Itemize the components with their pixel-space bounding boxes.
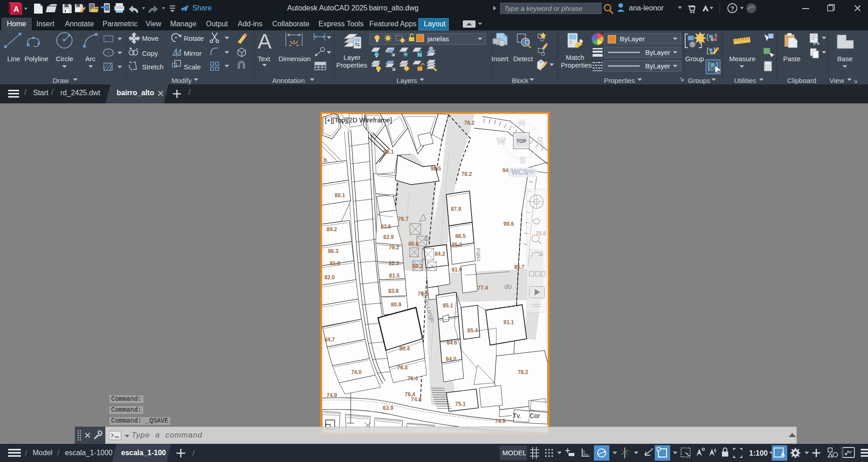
svg-text:81.9: 81.9 — [451, 267, 462, 273]
svg-text:86.5: 86.5 — [455, 233, 466, 239]
svg-text:87.9: 87.9 — [451, 206, 461, 212]
svg-text:A: A — [14, 5, 19, 14]
svg-text:75.1: 75.1 — [455, 401, 466, 407]
svg-text:84.6: 84.6 — [447, 340, 457, 346]
svg-text:WCS: WCS — [511, 168, 528, 176]
svg-text:81.8: 81.8 — [330, 260, 340, 267]
svg-text:78.2: 78.2 — [464, 120, 475, 126]
svg-text:86.3: 86.3 — [328, 248, 338, 254]
svg-text:85.4: 85.4 — [467, 327, 478, 334]
svg-text:1:100: 1:100 — [749, 449, 768, 457]
svg-text:84.2: 84.2 — [435, 251, 445, 257]
svg-text:85.3: 85.3 — [451, 242, 462, 248]
svg-text:81.5: 81.5 — [389, 272, 400, 279]
svg-text:93.1: 93.1 — [383, 149, 394, 155]
svg-text:98.5: 98.5 — [431, 165, 441, 172]
svg-text:80.4: 80.4 — [399, 345, 410, 352]
svg-text:80.9: 80.9 — [391, 302, 402, 308]
svg-text:E: E — [537, 136, 543, 146]
svg-text:?: ? — [730, 5, 734, 12]
svg-text:82.3: 82.3 — [389, 260, 399, 267]
svg-text:76.4: 76.4 — [397, 365, 407, 371]
svg-text:S: S — [520, 155, 526, 165]
svg-text:79.2: 79.2 — [389, 244, 399, 251]
svg-text:80.6: 80.6 — [408, 241, 419, 247]
svg-text:80.3: 80.3 — [412, 263, 423, 269]
svg-text:85.7: 85.7 — [514, 264, 525, 270]
svg-text:do: do — [505, 283, 512, 290]
svg-text:Cor: Cor — [530, 412, 540, 419]
svg-text:91.1: 91.1 — [504, 319, 514, 326]
svg-text:83.8: 83.8 — [388, 287, 399, 294]
svg-text:77.4: 77.4 — [477, 285, 488, 291]
svg-text:78.2: 78.2 — [461, 171, 472, 177]
svg-text:Tv.: Tv. — [513, 412, 521, 419]
svg-text:74.8: 74.8 — [411, 396, 422, 403]
svg-text:84.7: 84.7 — [324, 336, 335, 343]
svg-text:74.0: 74.0 — [351, 369, 362, 375]
svg-text:W: W — [497, 136, 506, 146]
svg-text:TOP: TOP — [516, 138, 526, 144]
svg-text:.0: .0 — [322, 157, 327, 164]
svg-text:Pátio: Pátio — [475, 248, 483, 262]
svg-text:82.0: 82.0 — [324, 274, 335, 281]
svg-text:83.6: 83.6 — [381, 224, 391, 230]
svg-text:80.1: 80.1 — [335, 192, 345, 199]
svg-text:89.2: 89.2 — [327, 226, 337, 233]
svg-text:74.9: 74.9 — [495, 418, 505, 424]
svg-text:90.6: 90.6 — [504, 221, 514, 227]
svg-text:76.7: 76.7 — [398, 216, 408, 222]
svg-text:84.0: 84.0 — [446, 356, 456, 362]
svg-text:85.1: 85.1 — [443, 302, 453, 309]
svg-text:[+][Top][2D Wireframe]: [+][Top][2D Wireframe] — [325, 117, 392, 124]
svg-text:N: N — [518, 117, 525, 128]
svg-text:76.4: 76.4 — [407, 375, 418, 382]
svg-text:82.9: 82.9 — [383, 234, 394, 240]
svg-text:A: A — [258, 30, 272, 53]
svg-text:63.9: 63.9 — [383, 405, 393, 411]
svg-text:74.9: 74.9 — [327, 392, 337, 399]
svg-text:78.2: 78.2 — [518, 369, 528, 375]
